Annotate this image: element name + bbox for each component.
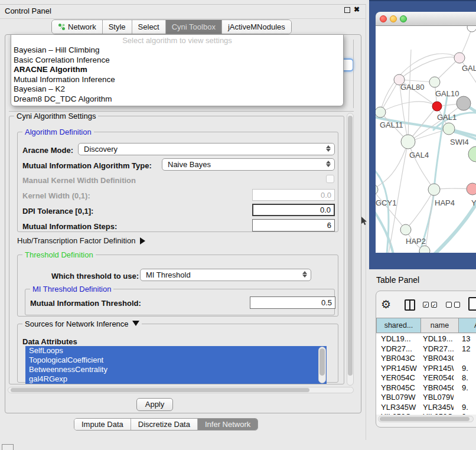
settings-vertical-scrollbar[interactable] bbox=[347, 113, 354, 386]
tab-jactivemnodules[interactable]: jActiveMNodules bbox=[222, 20, 291, 34]
table-cell: YPR145W bbox=[418, 364, 454, 374]
obscured-group-border bbox=[353, 40, 354, 108]
unchecked-checkbox-icon[interactable] bbox=[446, 302, 452, 308]
node-label: GAL80 bbox=[400, 83, 424, 92]
table-cell: 13 bbox=[454, 334, 476, 344]
network-node-gal4[interactable] bbox=[401, 135, 415, 149]
columns-icon[interactable] bbox=[405, 299, 415, 311]
bottom-tab-discretize-data[interactable]: Discretize Data bbox=[131, 419, 198, 430]
threshold-definition-title: Threshold Definition bbox=[22, 250, 96, 259]
network-node-hap2[interactable] bbox=[400, 224, 411, 235]
attributes-list-scrollbar[interactable] bbox=[318, 347, 326, 383]
table-row[interactable]: YIL052CYIL052C9 bbox=[376, 412, 476, 415]
dropdown-item[interactable]: Bayesian – K2 bbox=[11, 84, 343, 94]
bottom-tab-impute-data[interactable]: Impute Data bbox=[74, 419, 131, 430]
aracne-mode-combo[interactable]: Discovery bbox=[78, 143, 335, 155]
mi-steps-field[interactable]: 6 bbox=[252, 219, 335, 231]
tab-network[interactable]: Network bbox=[52, 20, 103, 34]
gear-icon[interactable]: ⚙ bbox=[381, 298, 391, 311]
dropdown-item[interactable]: ARACNE Algorithm bbox=[11, 65, 343, 75]
table-cell: 9. bbox=[454, 383, 476, 393]
network-canvas[interactable]: GALGAL80GAL10GAL1SWI4GAL11GAL4GCY1HAP4YH… bbox=[376, 26, 476, 253]
column-header-name[interactable]: name bbox=[421, 318, 459, 333]
table-cell: YBL079W bbox=[418, 393, 454, 403]
table-row[interactable]: YBR045CYBR045C9. bbox=[376, 383, 476, 393]
attribute-list-item[interactable]: gal4RGexp bbox=[25, 374, 327, 384]
mi-threshold-field[interactable]: 0.5 bbox=[250, 296, 335, 309]
table-row[interactable]: YER054CYER054C8. bbox=[376, 373, 476, 383]
settings-horizontal-scrollbar[interactable] bbox=[8, 387, 354, 393]
table-row[interactable]: YBL079WYBL079W bbox=[376, 393, 476, 403]
network-node-gal1[interactable] bbox=[432, 102, 442, 111]
node-label: GAL1 bbox=[437, 113, 457, 122]
kernel-width-field[interactable]: 0.0 bbox=[252, 189, 335, 201]
table-cell: 9. bbox=[454, 403, 476, 413]
dock-panel-button[interactable] bbox=[2, 444, 14, 450]
table-row[interactable]: YBR043CYBR043C bbox=[376, 354, 476, 364]
algorithm-dropdown-placeholder: Select algorithm to view settings bbox=[11, 36, 343, 45]
table-cell: YDR27... bbox=[376, 344, 418, 354]
bottom-tab-infer-network[interactable]: Infer Network bbox=[198, 419, 257, 430]
unchecked-checkbox-icon[interactable] bbox=[454, 302, 460, 308]
checked-checkbox-icon[interactable]: ✓ bbox=[431, 302, 437, 308]
table-cell bbox=[454, 354, 476, 364]
network-node-gcy1[interactable] bbox=[376, 184, 378, 195]
network-node-gal10[interactable] bbox=[429, 77, 440, 87]
mi-steps-label: Mutual Information Steps: bbox=[22, 222, 117, 231]
dropdown-item[interactable]: Bayesian – Hill Climbing bbox=[11, 45, 343, 56]
tab-style[interactable]: Style bbox=[103, 20, 132, 34]
minimize-light[interactable] bbox=[390, 15, 397, 22]
expanded-arrow-icon bbox=[132, 321, 139, 326]
column-header-shared[interactable]: shared... bbox=[376, 318, 421, 333]
network-node-hap4[interactable] bbox=[428, 184, 440, 195]
table-horizontal-scrollbar[interactable] bbox=[378, 416, 474, 422]
dropdown-item[interactable]: Dream8 DC_TDC Algorithm bbox=[11, 94, 343, 105]
zoom-light[interactable] bbox=[400, 15, 407, 22]
which-threshold-combo[interactable]: MI Threshold bbox=[140, 269, 311, 281]
data-attributes-list[interactable]: SelfLoopsTopologicalCoefficientBetweenne… bbox=[25, 346, 327, 384]
table-row[interactable]: YLR345WYLR345W9. bbox=[376, 403, 476, 413]
mi-type-combo[interactable]: Naive Bayes bbox=[162, 158, 335, 171]
table-cell: YBR043C bbox=[418, 354, 454, 364]
table-row[interactable]: YPR145WYPR145W9. bbox=[376, 364, 476, 374]
threshold-definition-group: Threshold Definition Which threshold to … bbox=[17, 255, 338, 317]
manual-kernel-checkbox[interactable] bbox=[326, 175, 334, 183]
network-node[interactable] bbox=[457, 96, 471, 110]
network-node-swi4[interactable] bbox=[443, 123, 455, 135]
checked-checkbox-icon[interactable]: ✓ bbox=[423, 302, 429, 308]
apply-button[interactable]: Apply bbox=[136, 398, 173, 411]
table-rows[interactable]: YDL19...YDL19...13YDR27...YDR27...12YBR0… bbox=[376, 334, 476, 415]
column-header-partial[interactable]: A bbox=[459, 318, 476, 333]
attribute-list-item[interactable]: SelfLoops bbox=[25, 346, 327, 356]
scrollbar-thumb[interactable] bbox=[11, 388, 309, 392]
hub-definition-expander[interactable]: Hub/Transcription Factor Definition bbox=[17, 236, 145, 245]
network-node-y[interactable] bbox=[467, 183, 476, 195]
tab-cyni-toolbox[interactable]: Cyni Toolbox bbox=[166, 20, 222, 34]
table-row[interactable]: YDL19...YDL19...13 bbox=[376, 334, 476, 344]
close-icon[interactable]: ✖ bbox=[354, 5, 360, 14]
scrollbar-thumb[interactable] bbox=[348, 116, 353, 376]
mi-type-label: Mutual Information Algorithm Type: bbox=[22, 161, 152, 170]
scrollbar-thumb[interactable] bbox=[380, 417, 470, 421]
network-node-gal11[interactable] bbox=[376, 107, 386, 118]
network-window-titlebar[interactable] bbox=[376, 12, 476, 26]
network-node[interactable] bbox=[467, 26, 476, 32]
dropdown-item[interactable]: Mutual Information Inference bbox=[11, 75, 343, 85]
table-header-row: shared... name A bbox=[376, 318, 476, 333]
close-light[interactable] bbox=[380, 15, 387, 22]
table-row[interactable]: YDR27...YDR27...12 bbox=[376, 344, 476, 354]
document-icon[interactable] bbox=[468, 297, 476, 311]
dpi-tolerance-field[interactable]: 0.0 bbox=[252, 204, 335, 216]
scrollbar-thumb[interactable] bbox=[319, 348, 325, 376]
network-node-gal[interactable] bbox=[454, 53, 465, 63]
dropdown-item[interactable]: Basic Correlation Inference bbox=[11, 56, 343, 66]
attribute-list-item[interactable]: TopologicalCoefficient bbox=[25, 356, 327, 365]
tab-select[interactable]: Select bbox=[132, 20, 166, 34]
attribute-list-item[interactable]: BetweennessCentrality bbox=[25, 365, 327, 374]
mi-type-value: Naive Bayes bbox=[168, 160, 211, 169]
algorithm-definition-title: Algorithm Definition bbox=[22, 128, 94, 136]
float-icon[interactable] bbox=[344, 7, 350, 13]
network-node[interactable] bbox=[468, 146, 476, 162]
node-label: HAP4 bbox=[435, 198, 455, 207]
tab-label: jActiveMNodules bbox=[228, 22, 285, 31]
